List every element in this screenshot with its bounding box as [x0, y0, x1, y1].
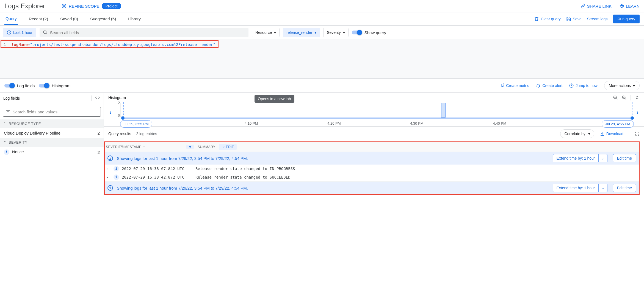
create-metric-button[interactable]: Create metric	[499, 83, 529, 88]
field-row-resource[interactable]: Cloud Deploy Delivery Pipeline 2	[0, 128, 104, 138]
fullscreen-icon[interactable]	[635, 131, 640, 136]
expand-icon[interactable]: ▸	[106, 167, 111, 171]
query-editor-area[interactable]	[0, 48, 644, 78]
results-title: Query results	[108, 132, 131, 136]
extend-time-dropdown[interactable]: ⌄	[599, 184, 607, 192]
next-arrow[interactable]: ›	[635, 109, 640, 116]
results-table: SEVERITY TIMESTAMP ↑ ▾ SUMMARY EDIT i Sh…	[104, 141, 640, 195]
histogram-title: Histogram	[108, 95, 640, 100]
stream-logs-button[interactable]: Stream logs	[587, 17, 608, 21]
edit-time-button[interactable]: Edit time	[613, 184, 636, 192]
field-search-input[interactable]	[13, 110, 98, 114]
search-box[interactable]	[40, 28, 248, 37]
log-summary: Release render state changed to IN_PROGR…	[195, 166, 637, 171]
edit-time-button[interactable]: Edit time	[613, 154, 636, 162]
histogram-toggle[interactable]: Histogram	[39, 83, 70, 88]
results-header: Query results 2 log entries Correlate by…	[104, 126, 644, 141]
info-icon: i	[107, 185, 113, 191]
chevron-down-icon: ▾	[588, 132, 590, 136]
zoom-out-icon[interactable]	[613, 95, 618, 100]
bell-icon	[536, 83, 541, 88]
divider	[629, 131, 629, 136]
col-timestamp[interactable]: TIMESTAMP ↑ ▾	[121, 145, 197, 149]
scope-icon	[62, 4, 67, 9]
zoom-in-icon[interactable]	[622, 95, 627, 100]
col-severity[interactable]: SEVERITY	[105, 145, 121, 149]
tab-suggested[interactable]: Suggested (5)	[89, 13, 117, 24]
resource-dropdown[interactable]: Resource ▾	[252, 28, 280, 37]
severity-dropdown[interactable]: Severity ▾	[323, 28, 349, 37]
divider	[91, 95, 92, 101]
section-severity[interactable]: ⌃ SEVERITY	[0, 138, 104, 147]
info-row-bottom: i Showing logs for last 1 hour from 7/29…	[105, 182, 639, 194]
timestamp-sort-dropdown[interactable]: ▾	[186, 145, 194, 149]
toggle-switch[interactable]	[39, 84, 49, 88]
line-number: 1	[4, 42, 6, 47]
chevron-down-icon: ▾	[343, 30, 345, 35]
tab-recent[interactable]: Recent (2)	[28, 13, 49, 24]
toggle-switch[interactable]	[4, 84, 14, 88]
learn-button[interactable]: LEARN	[619, 4, 640, 9]
learn-icon	[619, 4, 624, 9]
end-time-pill[interactable]: Jul 29, 4:55 PM	[602, 120, 634, 128]
chevron-down-icon: ▾	[314, 30, 316, 35]
expand-icon[interactable]: ▸	[106, 175, 111, 179]
extend-time-dropdown[interactable]: ⌄	[599, 154, 607, 162]
logname-dropdown[interactable]: release_render ▾	[283, 28, 320, 37]
log-fields-toggle[interactable]: Log fields	[4, 83, 35, 88]
log-summary: Release render state changed to SUCCEEDE…	[195, 175, 637, 179]
col-summary: SUMMARY EDIT	[197, 144, 639, 150]
run-query-button[interactable]: Run query	[613, 15, 640, 23]
notice-severity-icon: i	[4, 149, 9, 155]
severity-badge: i	[114, 174, 119, 180]
start-time-pill[interactable]: Jul 29, 3:55 PM	[120, 120, 152, 128]
expand-icon[interactable]	[635, 95, 640, 100]
download-icon	[600, 131, 605, 136]
tab-library[interactable]: Library	[127, 13, 142, 24]
link-icon	[581, 4, 585, 9]
sort-arrow-icon: ↑	[143, 145, 145, 149]
page-header: Logs Explorer REFINE SCOPE Project SHARE…	[0, 0, 644, 12]
log-row[interactable]: ▸ i 2022-07-29 16:33:07.842 UTC Release …	[105, 165, 639, 173]
info-row-top: i Showing logs for last 1 hour from 7/29…	[105, 152, 639, 165]
refine-scope-button[interactable]: REFINE SCOPE Project	[62, 3, 121, 9]
extend-time-button[interactable]: Extend time by: 1 hour	[553, 184, 598, 192]
search-input[interactable]	[50, 30, 245, 35]
download-button[interactable]: Download	[600, 131, 623, 136]
tab-query[interactable]: Query	[4, 13, 18, 25]
prev-arrow[interactable]: ‹	[108, 109, 112, 116]
filters-row: Last 1 hour Resource ▾ release_render ▾ …	[0, 26, 644, 39]
jump-now-button[interactable]: Jump to now	[569, 83, 597, 88]
extend-time-button[interactable]: Extend time by: 1 hour	[553, 154, 598, 162]
field-row-severity[interactable]: iNotice 2	[0, 147, 104, 158]
svg-point-0	[63, 6, 65, 7]
filter-icon	[6, 109, 10, 114]
time-range-chip[interactable]: Last 1 hour	[3, 28, 36, 37]
more-actions-button[interactable]: More actions ▾	[604, 81, 640, 90]
histogram-panel: Histogram ‹ 2 0	[104, 93, 644, 126]
field-search-box[interactable]	[3, 107, 101, 117]
create-alert-button[interactable]: Create alert	[536, 83, 562, 88]
tab-saved[interactable]: Saved (0)	[59, 13, 79, 24]
correlate-dropdown[interactable]: Correlate by ▾	[560, 129, 594, 138]
clear-query-button[interactable]: Clear query	[534, 17, 560, 21]
log-fields-sidebar: Log fields < > ⌃ RESOURCE TYPE Cloud Dep…	[0, 93, 104, 197]
chevron-up-icon: ⌃	[3, 140, 7, 144]
show-query-toggle[interactable]: Show query	[352, 30, 386, 35]
project-pill[interactable]: Project	[102, 3, 121, 9]
query-editor[interactable]: 1 logName="projects/test-suspend-abandon…	[1, 40, 219, 48]
collapse-icon[interactable]: < >	[95, 95, 100, 101]
chevron-down-icon: ▾	[633, 83, 635, 88]
tooltip: Opens in a new tab	[255, 95, 294, 103]
histogram-canvas[interactable]: 2 0 Jul 29, 3:55 PM 4:10 PM 4:20 PM 4:30…	[115, 102, 632, 124]
section-resource-type[interactable]: ⌃ RESOURCE TYPE	[0, 119, 104, 128]
edit-summary-button[interactable]: EDIT	[219, 144, 237, 150]
log-row[interactable]: ▸ i 2022-07-29 16:33:42.872 UTC Release …	[105, 173, 639, 182]
toggle-switch[interactable]	[352, 31, 362, 34]
results-count: 2 log entries	[136, 132, 157, 136]
info-icon: i	[107, 155, 113, 161]
save-button[interactable]: Save	[566, 17, 582, 21]
metric-icon	[499, 83, 504, 88]
share-link-button[interactable]: SHARE LINK	[581, 4, 612, 9]
save-icon	[566, 17, 571, 21]
